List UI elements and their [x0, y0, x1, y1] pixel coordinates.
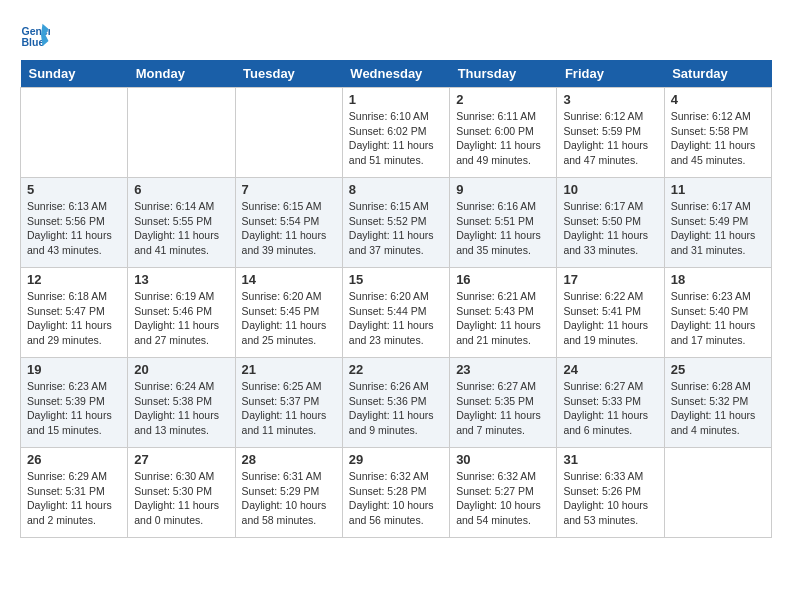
header-monday: Monday — [128, 60, 235, 88]
day-number: 9 — [456, 182, 550, 197]
day-info: Sunrise: 6:29 AM Sunset: 5:31 PM Dayligh… — [27, 469, 121, 528]
day-info: Sunrise: 6:27 AM Sunset: 5:33 PM Dayligh… — [563, 379, 657, 438]
header-tuesday: Tuesday — [235, 60, 342, 88]
day-info: Sunrise: 6:17 AM Sunset: 5:49 PM Dayligh… — [671, 199, 765, 258]
day-number: 2 — [456, 92, 550, 107]
day-info: Sunrise: 6:23 AM Sunset: 5:40 PM Dayligh… — [671, 289, 765, 348]
day-info: Sunrise: 6:31 AM Sunset: 5:29 PM Dayligh… — [242, 469, 336, 528]
header: General Blue — [20, 20, 772, 50]
day-info: Sunrise: 6:27 AM Sunset: 5:35 PM Dayligh… — [456, 379, 550, 438]
day-info: Sunrise: 6:24 AM Sunset: 5:38 PM Dayligh… — [134, 379, 228, 438]
calendar-cell: 10Sunrise: 6:17 AM Sunset: 5:50 PM Dayli… — [557, 178, 664, 268]
day-info: Sunrise: 6:15 AM Sunset: 5:52 PM Dayligh… — [349, 199, 443, 258]
day-number: 7 — [242, 182, 336, 197]
calendar-cell: 19Sunrise: 6:23 AM Sunset: 5:39 PM Dayli… — [21, 358, 128, 448]
day-number: 30 — [456, 452, 550, 467]
logo: General Blue — [20, 20, 54, 50]
calendar-cell: 16Sunrise: 6:21 AM Sunset: 5:43 PM Dayli… — [450, 268, 557, 358]
calendar-cell: 24Sunrise: 6:27 AM Sunset: 5:33 PM Dayli… — [557, 358, 664, 448]
day-info: Sunrise: 6:15 AM Sunset: 5:54 PM Dayligh… — [242, 199, 336, 258]
header-wednesday: Wednesday — [342, 60, 449, 88]
day-info: Sunrise: 6:30 AM Sunset: 5:30 PM Dayligh… — [134, 469, 228, 528]
day-info: Sunrise: 6:33 AM Sunset: 5:26 PM Dayligh… — [563, 469, 657, 528]
day-info: Sunrise: 6:32 AM Sunset: 5:28 PM Dayligh… — [349, 469, 443, 528]
week-row-4: 26Sunrise: 6:29 AM Sunset: 5:31 PM Dayli… — [21, 448, 772, 538]
day-info: Sunrise: 6:32 AM Sunset: 5:27 PM Dayligh… — [456, 469, 550, 528]
calendar-cell: 17Sunrise: 6:22 AM Sunset: 5:41 PM Dayli… — [557, 268, 664, 358]
day-info: Sunrise: 6:19 AM Sunset: 5:46 PM Dayligh… — [134, 289, 228, 348]
calendar-cell: 9Sunrise: 6:16 AM Sunset: 5:51 PM Daylig… — [450, 178, 557, 268]
header-sunday: Sunday — [21, 60, 128, 88]
day-number: 16 — [456, 272, 550, 287]
day-info: Sunrise: 6:16 AM Sunset: 5:51 PM Dayligh… — [456, 199, 550, 258]
calendar-cell — [21, 88, 128, 178]
day-info: Sunrise: 6:12 AM Sunset: 5:58 PM Dayligh… — [671, 109, 765, 168]
calendar-cell: 15Sunrise: 6:20 AM Sunset: 5:44 PM Dayli… — [342, 268, 449, 358]
calendar-cell: 14Sunrise: 6:20 AM Sunset: 5:45 PM Dayli… — [235, 268, 342, 358]
day-number: 8 — [349, 182, 443, 197]
calendar-cell: 5Sunrise: 6:13 AM Sunset: 5:56 PM Daylig… — [21, 178, 128, 268]
day-number: 1 — [349, 92, 443, 107]
day-info: Sunrise: 6:28 AM Sunset: 5:32 PM Dayligh… — [671, 379, 765, 438]
day-info: Sunrise: 6:23 AM Sunset: 5:39 PM Dayligh… — [27, 379, 121, 438]
day-number: 5 — [27, 182, 121, 197]
calendar-cell: 12Sunrise: 6:18 AM Sunset: 5:47 PM Dayli… — [21, 268, 128, 358]
day-info: Sunrise: 6:22 AM Sunset: 5:41 PM Dayligh… — [563, 289, 657, 348]
day-info: Sunrise: 6:26 AM Sunset: 5:36 PM Dayligh… — [349, 379, 443, 438]
calendar-cell: 6Sunrise: 6:14 AM Sunset: 5:55 PM Daylig… — [128, 178, 235, 268]
day-number: 27 — [134, 452, 228, 467]
day-info: Sunrise: 6:14 AM Sunset: 5:55 PM Dayligh… — [134, 199, 228, 258]
calendar-cell: 3Sunrise: 6:12 AM Sunset: 5:59 PM Daylig… — [557, 88, 664, 178]
day-info: Sunrise: 6:11 AM Sunset: 6:00 PM Dayligh… — [456, 109, 550, 168]
calendar-cell: 27Sunrise: 6:30 AM Sunset: 5:30 PM Dayli… — [128, 448, 235, 538]
day-info: Sunrise: 6:17 AM Sunset: 5:50 PM Dayligh… — [563, 199, 657, 258]
day-number: 20 — [134, 362, 228, 377]
header-friday: Friday — [557, 60, 664, 88]
calendar-cell: 2Sunrise: 6:11 AM Sunset: 6:00 PM Daylig… — [450, 88, 557, 178]
calendar-cell: 25Sunrise: 6:28 AM Sunset: 5:32 PM Dayli… — [664, 358, 771, 448]
day-number: 19 — [27, 362, 121, 377]
calendar-cell: 23Sunrise: 6:27 AM Sunset: 5:35 PM Dayli… — [450, 358, 557, 448]
day-number: 14 — [242, 272, 336, 287]
calendar-cell: 29Sunrise: 6:32 AM Sunset: 5:28 PM Dayli… — [342, 448, 449, 538]
calendar-cell — [235, 88, 342, 178]
day-info: Sunrise: 6:21 AM Sunset: 5:43 PM Dayligh… — [456, 289, 550, 348]
day-number: 24 — [563, 362, 657, 377]
day-number: 29 — [349, 452, 443, 467]
header-saturday: Saturday — [664, 60, 771, 88]
calendar-cell: 11Sunrise: 6:17 AM Sunset: 5:49 PM Dayli… — [664, 178, 771, 268]
header-thursday: Thursday — [450, 60, 557, 88]
svg-text:Blue: Blue — [22, 36, 45, 48]
day-number: 18 — [671, 272, 765, 287]
day-number: 21 — [242, 362, 336, 377]
calendar-cell: 13Sunrise: 6:19 AM Sunset: 5:46 PM Dayli… — [128, 268, 235, 358]
calendar-cell: 26Sunrise: 6:29 AM Sunset: 5:31 PM Dayli… — [21, 448, 128, 538]
calendar-cell — [128, 88, 235, 178]
calendar-header-row: SundayMondayTuesdayWednesdayThursdayFrid… — [21, 60, 772, 88]
day-number: 4 — [671, 92, 765, 107]
calendar-cell — [664, 448, 771, 538]
calendar-table: SundayMondayTuesdayWednesdayThursdayFrid… — [20, 60, 772, 538]
week-row-3: 19Sunrise: 6:23 AM Sunset: 5:39 PM Dayli… — [21, 358, 772, 448]
week-row-1: 5Sunrise: 6:13 AM Sunset: 5:56 PM Daylig… — [21, 178, 772, 268]
day-info: Sunrise: 6:18 AM Sunset: 5:47 PM Dayligh… — [27, 289, 121, 348]
day-info: Sunrise: 6:25 AM Sunset: 5:37 PM Dayligh… — [242, 379, 336, 438]
day-number: 22 — [349, 362, 443, 377]
calendar-cell: 20Sunrise: 6:24 AM Sunset: 5:38 PM Dayli… — [128, 358, 235, 448]
day-info: Sunrise: 6:10 AM Sunset: 6:02 PM Dayligh… — [349, 109, 443, 168]
day-info: Sunrise: 6:12 AM Sunset: 5:59 PM Dayligh… — [563, 109, 657, 168]
calendar-cell: 22Sunrise: 6:26 AM Sunset: 5:36 PM Dayli… — [342, 358, 449, 448]
logo-icon: General Blue — [20, 20, 50, 50]
calendar-cell: 8Sunrise: 6:15 AM Sunset: 5:52 PM Daylig… — [342, 178, 449, 268]
day-number: 13 — [134, 272, 228, 287]
day-number: 17 — [563, 272, 657, 287]
day-number: 3 — [563, 92, 657, 107]
day-number: 15 — [349, 272, 443, 287]
day-number: 28 — [242, 452, 336, 467]
calendar-cell: 18Sunrise: 6:23 AM Sunset: 5:40 PM Dayli… — [664, 268, 771, 358]
calendar-cell: 1Sunrise: 6:10 AM Sunset: 6:02 PM Daylig… — [342, 88, 449, 178]
day-number: 25 — [671, 362, 765, 377]
calendar-cell: 7Sunrise: 6:15 AM Sunset: 5:54 PM Daylig… — [235, 178, 342, 268]
day-number: 6 — [134, 182, 228, 197]
calendar-cell: 4Sunrise: 6:12 AM Sunset: 5:58 PM Daylig… — [664, 88, 771, 178]
